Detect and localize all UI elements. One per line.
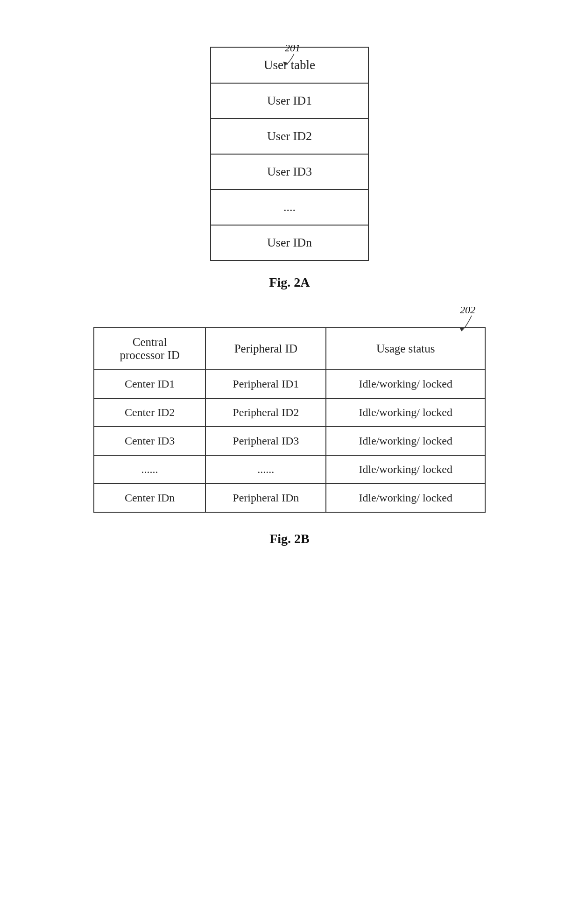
table-row: Center ID1 Peripheral ID1 Idle/working/ … bbox=[94, 370, 485, 398]
table-row: Center ID2 Peripheral ID2 Idle/working/ … bbox=[94, 398, 485, 427]
table-row: User ID1 bbox=[211, 83, 368, 119]
page-container: User table User ID1 User ID2 User ID3 ..… bbox=[0, 0, 579, 924]
peripheral-id3-cell: Peripheral ID3 bbox=[205, 427, 326, 455]
peripheral-id1-cell: Peripheral ID1 bbox=[205, 370, 326, 398]
table-row: Center ID3 Peripheral ID3 Idle/working/ … bbox=[94, 427, 485, 455]
table-row: ...... ...... Idle/working/ locked bbox=[94, 455, 485, 484]
center-id-ellipsis-cell: ...... bbox=[94, 455, 205, 484]
table-row: User ID2 bbox=[211, 119, 368, 154]
user-id-ellipsis-cell: .... bbox=[211, 190, 368, 225]
user-id2-cell: User ID2 bbox=[211, 119, 368, 154]
user-id3-cell: User ID3 bbox=[211, 154, 368, 190]
fig2b-caption: Fig. 2B bbox=[269, 531, 310, 546]
svg-text:202: 202 bbox=[460, 304, 475, 316]
col-header-cpu: Centralprocessor ID bbox=[94, 328, 205, 370]
usage-status-ellipsis-cell: Idle/working/ locked bbox=[326, 455, 485, 484]
center-id2-cell: Center ID2 bbox=[94, 398, 205, 427]
user-id1-cell: User ID1 bbox=[211, 83, 368, 119]
peripheral-table: Centralprocessor ID Peripheral ID Usage … bbox=[93, 327, 486, 513]
usage-status3-cell: Idle/working/ locked bbox=[326, 427, 485, 455]
usage-status1-cell: Idle/working/ locked bbox=[326, 370, 485, 398]
fig2b-table-wrapper: 202 Centralprocessor ID Peripheral ID Us… bbox=[37, 327, 542, 513]
label-202-arrow-svg: 202 bbox=[458, 304, 523, 337]
col-header-peripheral: Peripheral ID bbox=[205, 328, 326, 370]
center-id1-cell: Center ID1 bbox=[94, 370, 205, 398]
usage-statusn-cell: Idle/working/ locked bbox=[326, 484, 485, 512]
table-row: User IDn bbox=[211, 225, 368, 261]
peripheral-idn-cell: Peripheral IDn bbox=[205, 484, 326, 512]
user-idn-cell: User IDn bbox=[211, 225, 368, 261]
svg-marker-1 bbox=[283, 62, 287, 65]
table-row: .... bbox=[211, 190, 368, 225]
fig2a-section: User table User ID1 User ID2 User ID3 ..… bbox=[37, 47, 542, 290]
fig2a-caption: Fig. 2A bbox=[269, 275, 310, 290]
fig2b-section: 202 Centralprocessor ID Peripheral ID Us… bbox=[37, 327, 542, 546]
center-idn-cell: Center IDn bbox=[94, 484, 205, 512]
table-row: Centralprocessor ID Peripheral ID Usage … bbox=[94, 328, 485, 370]
fig2a-table-wrapper: User table User ID1 User ID2 User ID3 ..… bbox=[210, 47, 369, 261]
peripheral-id-ellipsis-cell: ...... bbox=[205, 455, 326, 484]
center-id3-cell: Center ID3 bbox=[94, 427, 205, 455]
peripheral-id2-cell: Peripheral ID2 bbox=[205, 398, 326, 427]
usage-status2-cell: Idle/working/ locked bbox=[326, 398, 485, 427]
user-table: User table User ID1 User ID2 User ID3 ..… bbox=[210, 47, 369, 261]
table-row: User ID3 bbox=[211, 154, 368, 190]
svg-text:201: 201 bbox=[285, 42, 300, 54]
table-row: Center IDn Peripheral IDn Idle/working/ … bbox=[94, 484, 485, 512]
label-201-arrow-svg: 201 bbox=[280, 42, 341, 70]
